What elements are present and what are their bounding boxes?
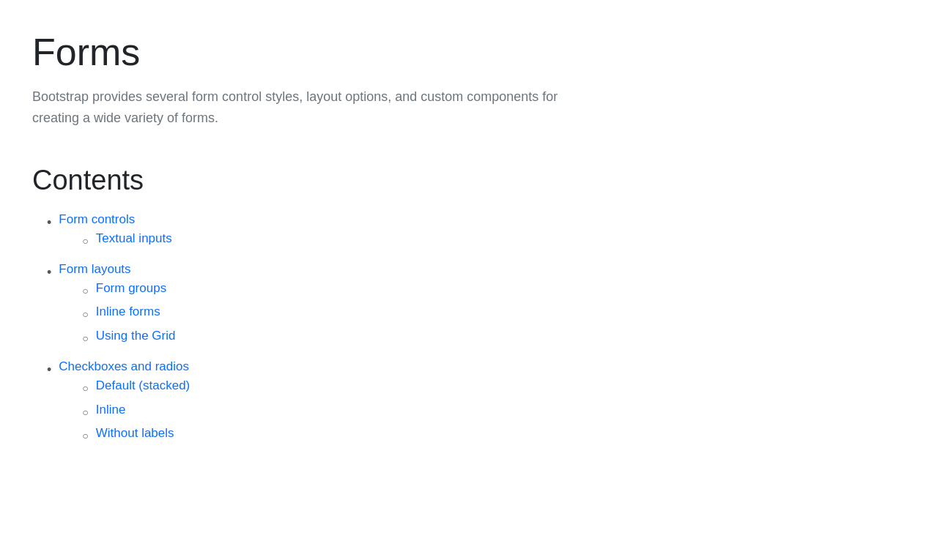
link-form-controls[interactable]: Form controls xyxy=(59,212,135,226)
link-inline[interactable]: Inline xyxy=(96,403,126,417)
bullet-icon-inline: ○ xyxy=(82,404,88,420)
contents-title: Contents xyxy=(32,164,894,198)
link-checkboxes-and-radios[interactable]: Checkboxes and radios xyxy=(59,359,189,373)
bullet-icon-form-layouts: • xyxy=(47,264,51,282)
link-without-labels[interactable]: Without labels xyxy=(96,426,174,441)
list-item-default-stacked: ○ Default (stacked) xyxy=(82,378,190,396)
sub-list-checkboxes-and-radios: ○ Default (stacked) ○ Inline ○ Without l… xyxy=(59,378,190,444)
page-description: Bootstrap provides several form control … xyxy=(32,86,589,129)
sub-list-form-layouts: ○ Form groups ○ Inline forms ○ Using the… xyxy=(59,281,175,346)
list-item-inline: ○ Inline xyxy=(82,403,190,420)
link-textual-inputs[interactable]: Textual inputs xyxy=(96,231,172,246)
link-default-stacked[interactable]: Default (stacked) xyxy=(96,378,190,393)
link-using-the-grid[interactable]: Using the Grid xyxy=(96,329,176,343)
list-item-inline-forms: ○ Inline forms xyxy=(82,305,175,322)
link-inline-forms[interactable]: Inline forms xyxy=(96,305,160,319)
bullet-icon-form-groups: ○ xyxy=(82,283,88,299)
page-title: Forms xyxy=(32,29,894,75)
list-item-checkboxes-and-radios: • Checkboxes and radios ○ Default (stack… xyxy=(47,359,894,449)
link-form-groups[interactable]: Form groups xyxy=(96,281,166,296)
bullet-icon-using-the-grid: ○ xyxy=(82,330,88,346)
bullet-icon-without-labels: ○ xyxy=(82,428,88,444)
bullet-icon-inline-forms: ○ xyxy=(82,306,88,322)
list-item-using-the-grid: ○ Using the Grid xyxy=(82,329,175,346)
link-form-layouts[interactable]: Form layouts xyxy=(59,262,130,276)
bullet-icon-textual-inputs: ○ xyxy=(82,233,88,249)
list-item-without-labels: ○ Without labels xyxy=(82,426,190,444)
sub-list-form-controls: ○ Textual inputs xyxy=(59,231,171,249)
bullet-icon-default-stacked: ○ xyxy=(82,380,88,396)
list-item-form-controls: • Form controls ○ Textual inputs xyxy=(47,212,894,255)
list-item-textual-inputs: ○ Textual inputs xyxy=(82,231,171,249)
contents-list: • Form controls ○ Textual inputs • Form … xyxy=(32,212,894,450)
bullet-icon-checkboxes-and-radios: • xyxy=(47,361,51,379)
bullet-icon-form-controls: • xyxy=(47,214,51,232)
list-item-form-layouts: • Form layouts ○ Form groups ○ Inline fo… xyxy=(47,262,894,352)
list-item-form-groups: ○ Form groups xyxy=(82,281,175,299)
